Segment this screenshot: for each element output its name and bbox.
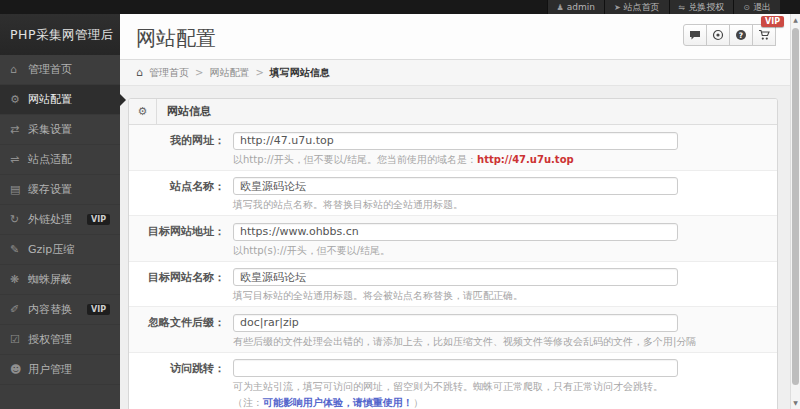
sidebar-item-auth-manage[interactable]: ☑ 授权管理 (0, 325, 120, 355)
vip-badge: VIP (87, 304, 110, 315)
topnav-site-home-label: 站点首页 (624, 1, 660, 14)
field-hint: 以http(s)://开头，但不要以/结尾。 (233, 244, 678, 257)
comment-icon (689, 29, 701, 41)
top-nav: ♟ admin ➤ 站点首页 ⇋ 兑换授权 ⊙ 退出 (547, 0, 780, 14)
breadcrumb-separator: > (195, 67, 203, 78)
sidebar-item-label: 用户管理 (28, 362, 72, 377)
vip-badge: VIP (87, 214, 110, 225)
help-button[interactable]: ? (729, 24, 753, 46)
redirect-input[interactable] (233, 359, 678, 377)
scroll-down-icon[interactable]: ▼ (791, 397, 800, 409)
circled-dot-icon (712, 29, 724, 41)
arrow-icon: ➤ (614, 3, 621, 12)
target-url-input[interactable] (233, 223, 678, 241)
cart-icon (758, 29, 770, 41)
sidebar-item-label: 采集设置 (28, 122, 72, 137)
breadcrumb-separator: > (255, 67, 263, 78)
field-hint: 有些后缀的文件处理会出错的，请添加上去，比如压缩文件、视频文件等修改会乱码的文件… (233, 335, 696, 348)
sidebar-item-cache-settings[interactable]: ▤ 缓存设置 (0, 175, 120, 205)
sidebar-item-label: 外链处理 (28, 212, 72, 227)
topnav-admin[interactable]: ♟ admin (547, 0, 604, 14)
sidebar: ⌂ 管理首页 ⚙ 网站配置 ⇄ 采集设置 ⇌ 站点适配 ▤ 缓存设置 ↻ 外链处… (0, 55, 120, 409)
check-icon: ☑ (10, 333, 28, 346)
sidebar-item-label: 缓存设置 (28, 182, 72, 197)
help-icon: ? (735, 29, 747, 41)
person-icon: ☻ (10, 363, 28, 376)
topnav-logout[interactable]: ⊙ 退出 (733, 0, 780, 14)
sidebar-item-label: 内容替换 (28, 302, 72, 317)
form-row-redirect: 访问跳转： 可为主站引流，填写可访问的网址，留空则为不跳转。蜘蛛可正常爬取，只有… (129, 353, 777, 409)
sidebar-item-site-config[interactable]: ⚙ 网站配置 (0, 85, 120, 115)
power-icon: ⊙ (743, 3, 750, 12)
header-actions: ? VIP (684, 24, 776, 46)
top-bar: ♟ admin ➤ 站点首页 ⇋ 兑换授权 ⊙ 退出 (0, 0, 800, 14)
collect-icon: ⇄ (10, 123, 28, 136)
form-row-target-url: 目标网站地址： 以http(s)://开头，但不要以/结尾。 (129, 216, 777, 262)
site-name-input[interactable] (233, 177, 678, 195)
sidebar-item-spider-block[interactable]: ❋ 蜘蛛屏蔽 (0, 265, 120, 295)
cart-button[interactable] (752, 24, 776, 46)
home-icon: ⌂ (10, 63, 28, 76)
hint-text: 以http://开头，但不要以/结尾。您当前使用的域名是： (233, 154, 477, 165)
site-info-panel: ⚙ 网站信息 我的网址： 以http://开头，但不要以/结尾。您当前使用的域名… (128, 98, 778, 409)
record-button[interactable] (706, 24, 730, 46)
note-text: ） (413, 397, 423, 408)
note-text: （注： (233, 397, 263, 408)
vertical-scrollbar[interactable]: ▲ ▼ (790, 14, 800, 409)
ignore-ext-input[interactable] (233, 314, 678, 332)
sidebar-item-gzip[interactable]: ✎ Gzip压缩 (0, 235, 120, 265)
form-row-target-name: 目标网站名称： 填写目标站的全站通用标题。将会被站点名称替换，请匹配正确。 (129, 262, 777, 308)
sidebar-item-label: 授权管理 (28, 332, 72, 347)
field-label: 目标网站名称： (129, 266, 225, 303)
sidebar-item-content-replace[interactable]: ✐ 内容替换 VIP (0, 295, 120, 325)
cache-icon: ▤ (10, 183, 28, 196)
scroll-up-icon[interactable]: ▲ (791, 14, 800, 26)
panel-header: ⚙ 网站信息 (129, 99, 777, 125)
page-header: 网站配置 ? (120, 14, 800, 60)
edit-icon: ✐ (10, 303, 28, 316)
sidebar-item-site-adapt[interactable]: ⇌ 站点适配 (0, 145, 120, 175)
pencil-icon: ✎ (10, 243, 28, 256)
spider-icon: ❋ (10, 273, 28, 286)
comment-button[interactable] (683, 24, 707, 46)
refresh-icon: ↻ (10, 213, 28, 226)
sidebar-item-label: 管理首页 (28, 62, 72, 77)
sidebar-item-dashboard[interactable]: ⌂ 管理首页 (0, 55, 120, 85)
scrollbar-thumb[interactable] (792, 28, 799, 385)
form-row-site-name: 站点名称： 填写我的站点名称。将替换目标站的全站通用标题。 (129, 171, 777, 217)
sidebar-item-external-links[interactable]: ↻ 外链处理 VIP (0, 205, 120, 235)
field-label: 忽略文件后缀： (129, 311, 225, 348)
content-body: ⚙ 网站信息 我的网址： 以http://开头，但不要以/结尾。您当前使用的域名… (120, 86, 800, 409)
breadcrumb-current: 填写网站信息 (270, 66, 330, 80)
topnav-exchange-auth-label: 兑换授权 (688, 1, 724, 14)
hint-highlight-url: http://47.u7u.top (477, 154, 574, 165)
field-hint: 可为主站引流，填写可访问的网址，留空则为不跳转。蜘蛛可正常爬取，只有正常访问才会… (233, 380, 678, 393)
my-url-input[interactable] (233, 132, 678, 150)
field-note: （注：可能影响用户体验，请慎重使用！） (233, 396, 678, 409)
shuffle-icon: ⇌ (10, 153, 28, 166)
field-label: 站点名称： (129, 175, 225, 212)
field-hint: 填写我的站点名称。将替换目标站的全站通用标题。 (233, 198, 678, 211)
sidebar-item-label: 网站配置 (28, 92, 72, 107)
form-row-ignore-ext: 忽略文件后缀： 有些后缀的文件处理会出错的，请添加上去，比如压缩文件、视频文件等… (129, 307, 777, 353)
cart-icon: ⇋ (679, 3, 686, 12)
note-highlight: 可能影响用户体验，请慎重使用！ (263, 397, 413, 408)
sidebar-item-label: 蜘蛛屏蔽 (28, 272, 72, 287)
svg-text:?: ? (739, 31, 743, 40)
form-row-my-url: 我的网址： 以http://开头，但不要以/结尾。您当前使用的域名是：http:… (129, 125, 777, 171)
sidebar-item-label: Gzip压缩 (28, 242, 74, 257)
breadcrumb-home[interactable]: 管理首页 (149, 66, 189, 80)
sidebar-item-label: 站点适配 (28, 152, 72, 167)
sidebar-item-user-manage[interactable]: ☻ 用户管理 (0, 355, 120, 385)
breadcrumb-parent[interactable]: 网站配置 (209, 66, 249, 80)
target-name-input[interactable] (233, 268, 678, 286)
field-hint: 以http://开头，但不要以/结尾。您当前使用的域名是：http://47.u… (233, 153, 678, 166)
app-logo: PHP采集网管理后台 (0, 14, 120, 55)
home-icon: ⌂ (136, 66, 143, 79)
topnav-site-home[interactable]: ➤ 站点首页 (604, 0, 669, 14)
sidebar-item-collect-settings[interactable]: ⇄ 采集设置 (0, 115, 120, 145)
panel-title: 网站信息 (157, 104, 211, 119)
topnav-logout-label: 退出 (753, 1, 771, 14)
topnav-exchange-auth[interactable]: ⇋ 兑换授权 (669, 0, 734, 14)
user-icon: ♟ (557, 3, 564, 12)
